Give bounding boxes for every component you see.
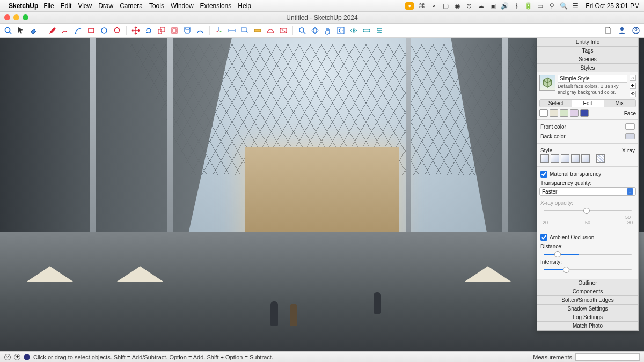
circle-icon[interactable] xyxy=(99,26,109,35)
section-shadow[interactable]: Shadow Settings xyxy=(537,305,638,313)
style-shaded-icon[interactable] xyxy=(561,154,569,163)
axes-icon[interactable] xyxy=(214,26,224,35)
tray-shortcut-icon[interactable]: ⌘ xyxy=(418,2,426,10)
text-icon[interactable] xyxy=(240,26,250,35)
style-monochrome-icon[interactable] xyxy=(581,154,590,163)
status-info-icon[interactable]: ? xyxy=(4,354,11,360)
back-color-swatch[interactable] xyxy=(625,133,635,139)
rotate-icon[interactable] xyxy=(144,26,153,35)
style-name-field[interactable]: Simple Style xyxy=(558,75,627,83)
style-shaded-textures-icon[interactable] xyxy=(571,154,580,163)
freehand-icon[interactable] xyxy=(61,26,70,35)
menu-edit[interactable]: Edit xyxy=(61,2,72,10)
scale-icon[interactable] xyxy=(157,26,166,35)
menu-camera[interactable]: Camera xyxy=(120,2,143,10)
tray-share-icon[interactable]: ⚬ xyxy=(430,2,437,10)
section-icon[interactable] xyxy=(279,26,288,35)
ambient-occlusion-checkbox[interactable] xyxy=(540,234,547,241)
dimension-icon[interactable] xyxy=(227,26,237,35)
protractor-icon[interactable] xyxy=(266,26,275,35)
style-new-icon[interactable]: ✚ xyxy=(630,83,636,89)
walk-icon[interactable] xyxy=(375,26,384,35)
modeling-settings-icon[interactable] xyxy=(580,109,589,117)
tray-spotlight-icon[interactable]: 🔍 xyxy=(560,2,567,10)
section-scenes[interactable]: Scenes xyxy=(537,55,638,64)
app-name[interactable]: SketchUp xyxy=(9,2,38,10)
edge-settings-icon[interactable] xyxy=(539,109,548,117)
select-arrow-icon[interactable] xyxy=(16,26,26,35)
material-transparency-checkbox[interactable] xyxy=(540,171,547,178)
pushpull-icon[interactable] xyxy=(182,26,192,35)
zoom-extents-icon[interactable] xyxy=(336,26,346,35)
menu-extensions[interactable]: Extensions xyxy=(200,2,232,10)
pan-icon[interactable] xyxy=(323,26,333,35)
tab-mix[interactable]: Mix xyxy=(604,100,635,107)
new-doc-icon[interactable] xyxy=(603,26,613,35)
tab-select[interactable]: Select xyxy=(540,100,572,107)
eraser-icon[interactable] xyxy=(29,26,39,35)
menu-view[interactable]: View xyxy=(78,2,92,10)
pencil-icon[interactable] xyxy=(48,26,57,35)
user-icon[interactable] xyxy=(617,26,627,35)
model-viewport[interactable]: Entity Info Tags Scenes Styles Simple St… xyxy=(0,38,644,351)
section-entity-info[interactable]: Entity Info xyxy=(537,38,638,47)
look-around-icon[interactable] xyxy=(362,26,371,35)
ambient-occlusion-row[interactable]: Ambient Occlusion xyxy=(539,232,636,242)
section-tags[interactable]: Tags xyxy=(537,47,638,55)
minimize-window-icon[interactable] xyxy=(13,14,19,20)
tray-display-icon[interactable]: ▣ xyxy=(489,2,496,10)
tray-bluetooth-icon[interactable]: ᚼ xyxy=(513,2,520,10)
transparency-quality-select[interactable]: Faster ⌄ xyxy=(539,187,636,196)
position-camera-icon[interactable] xyxy=(349,26,358,35)
section-match-photo[interactable]: Match Photo xyxy=(537,322,638,330)
menubar-clock[interactable]: Fri Oct 25 3:01 PM xyxy=(586,2,640,10)
tray-sync-icon[interactable]: ⊝ xyxy=(465,2,473,10)
section-components[interactable]: Components xyxy=(537,287,638,296)
distance-slider[interactable] xyxy=(544,250,632,258)
menu-tools[interactable]: Tools xyxy=(149,2,164,10)
account-icon[interactable] xyxy=(631,26,641,35)
offset-icon[interactable] xyxy=(170,26,179,35)
style-home-icon[interactable]: ⌂ xyxy=(630,75,636,81)
zoom-icon[interactable] xyxy=(297,26,307,35)
tray-cloud-icon[interactable]: ☁ xyxy=(477,2,485,10)
menu-draw[interactable]: Draw xyxy=(98,2,113,10)
tray-battery-icon[interactable]: 🔋 xyxy=(524,2,532,10)
menu-window[interactable]: Window xyxy=(171,2,194,10)
watermark-settings-icon[interactable] xyxy=(570,109,579,117)
tray-volume-icon[interactable]: 🔊 xyxy=(501,2,508,10)
material-transparency-row[interactable]: Material transparency xyxy=(539,169,636,179)
section-outliner[interactable]: Outliner xyxy=(537,279,638,287)
section-fog[interactable]: Fog Settings xyxy=(537,313,638,322)
menu-help[interactable]: Help xyxy=(238,2,251,10)
tray-battery2-icon[interactable]: ▭ xyxy=(536,2,544,10)
close-window-icon[interactable] xyxy=(4,14,10,20)
arc-icon[interactable] xyxy=(74,26,83,35)
style-refresh-icon[interactable]: ⟲ xyxy=(630,91,636,97)
followme-icon[interactable] xyxy=(195,26,205,35)
mic-icon[interactable]: ● xyxy=(405,2,414,10)
face-settings-icon[interactable] xyxy=(550,109,558,117)
xray-toggle-icon[interactable] xyxy=(596,154,605,163)
move-icon[interactable] xyxy=(131,26,141,35)
tray-control-center-icon[interactable]: ☰ xyxy=(572,2,579,10)
section-styles[interactable]: Styles xyxy=(537,64,638,72)
style-wireframe-icon[interactable] xyxy=(540,154,549,163)
tape-icon[interactable] xyxy=(253,26,262,35)
orbit-icon[interactable] xyxy=(310,26,320,35)
intensity-slider[interactable] xyxy=(544,266,632,274)
style-thumbnail[interactable] xyxy=(539,75,555,91)
section-soften[interactable]: Soften/Smooth Edges xyxy=(537,296,638,305)
rectangle-icon[interactable] xyxy=(86,26,96,35)
status-person-icon[interactable]: ✚ xyxy=(14,354,20,360)
background-settings-icon[interactable] xyxy=(560,109,568,117)
tray-wifi-icon[interactable]: ⚲ xyxy=(548,2,555,10)
menu-file[interactable]: File xyxy=(43,2,54,10)
status-geo-icon[interactable] xyxy=(24,354,30,360)
tab-edit[interactable]: Edit xyxy=(572,100,603,107)
tray-window-icon[interactable]: ▢ xyxy=(442,2,449,10)
tray-record-icon[interactable]: ◉ xyxy=(453,2,461,10)
front-color-swatch[interactable] xyxy=(625,123,635,130)
polygon-icon[interactable] xyxy=(112,26,122,35)
search-icon[interactable] xyxy=(3,26,13,35)
